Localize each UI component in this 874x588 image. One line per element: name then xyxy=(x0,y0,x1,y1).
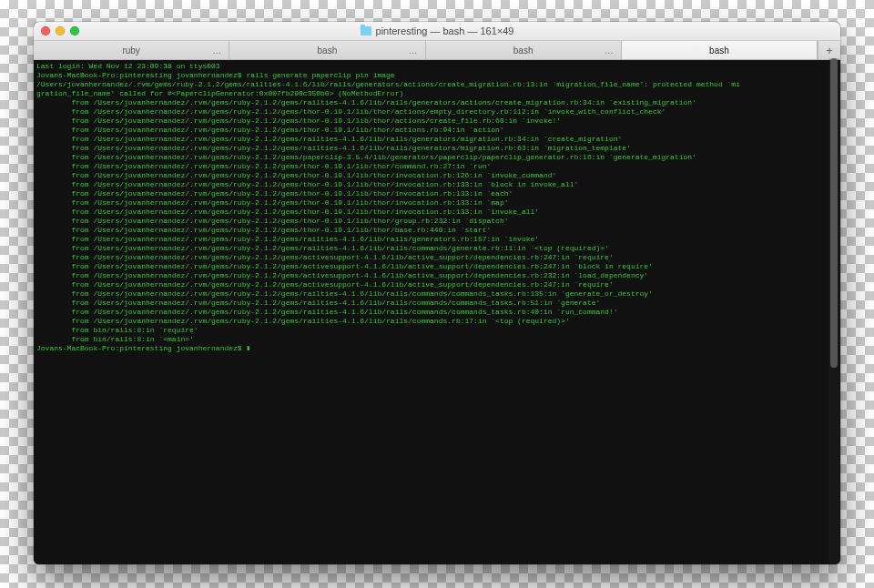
folder-icon xyxy=(361,26,371,35)
scrollbar-track[interactable] xyxy=(828,58,839,563)
tab-overflow-icon: … xyxy=(605,46,614,56)
tab-overflow-icon: … xyxy=(409,46,418,56)
close-icon[interactable] xyxy=(41,26,50,35)
plus-icon: + xyxy=(826,44,833,57)
traffic-lights xyxy=(34,26,79,35)
tab-ruby[interactable]: ruby … xyxy=(34,41,229,59)
window-title: pinteresting — bash — 161×49 xyxy=(34,25,840,36)
tab-label: ruby xyxy=(122,46,139,56)
tab-bash-1[interactable]: bash … xyxy=(229,41,425,59)
terminal-viewport[interactable]: Last login: Wed Nov 12 23:09:38 on ttys0… xyxy=(34,60,840,564)
tab-label: bash xyxy=(513,46,534,56)
tab-label: bash xyxy=(318,46,338,56)
minimize-icon[interactable] xyxy=(56,26,65,35)
tab-overflow-icon: … xyxy=(212,46,221,56)
tab-label: bash xyxy=(709,46,729,56)
tab-bash-2[interactable]: bash … xyxy=(426,41,622,59)
add-tab-button[interactable]: + xyxy=(818,41,840,59)
zoom-icon[interactable] xyxy=(70,26,79,35)
terminal-output[interactable]: Last login: Wed Nov 12 23:09:38 on ttys0… xyxy=(36,62,838,353)
window-titlebar[interactable]: pinteresting — bash — 161×49 xyxy=(34,22,840,41)
tab-bash-active[interactable]: bash xyxy=(622,41,818,59)
terminal-window: pinteresting — bash — 161×49 ruby … bash… xyxy=(34,22,840,564)
scrollbar-thumb[interactable] xyxy=(830,58,838,368)
tab-bar: ruby … bash … bash … bash + xyxy=(34,41,840,60)
window-title-text: pinteresting — bash — 161×49 xyxy=(376,25,514,36)
